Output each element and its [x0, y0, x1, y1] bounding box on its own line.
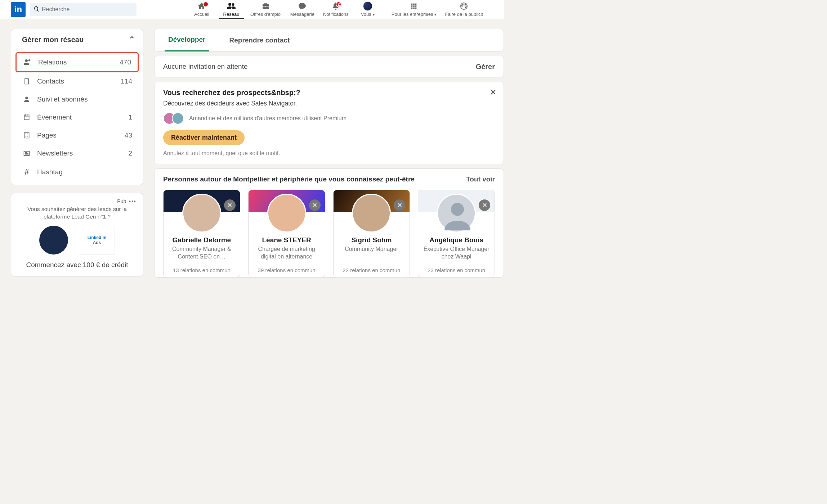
- person-card[interactable]: ✕ Gabrielle Delorme Community Manager & …: [163, 190, 240, 277]
- person-icon: [22, 95, 31, 103]
- ad-avatar[interactable]: [39, 226, 68, 255]
- ad-logo[interactable]: Linked inAds: [79, 226, 115, 255]
- person-role: Community Manager & Content SEO en…: [164, 246, 240, 261]
- linkedin-logo[interactable]: in: [11, 2, 26, 17]
- dismiss-icon[interactable]: ✕: [394, 199, 405, 211]
- sidebar-item-label: Événement: [37, 113, 128, 121]
- reactivate-button[interactable]: Réactiver maintenant: [163, 130, 245, 145]
- person-card[interactable]: ✕ Léane STEYER Chargée de marketing digi…: [248, 190, 325, 277]
- nav-network[interactable]: Réseau: [216, 0, 246, 19]
- sidebar-item-pages[interactable]: Pages 43: [15, 126, 139, 144]
- sidebar-title: Gérer mon réseau: [22, 36, 84, 44]
- notifications-badge: 2: [336, 1, 341, 7]
- see-all-link[interactable]: Tout voir: [466, 175, 495, 183]
- person-name: Gabrielle Delorme: [173, 236, 231, 244]
- person-name: Léane STEYER: [262, 236, 311, 244]
- nav-notifications-label: Notifications: [323, 12, 349, 17]
- sidebar-item-hashtag[interactable]: # Hashtag: [15, 162, 139, 182]
- sidebar-toggle[interactable]: Gérer mon réseau ⌃: [11, 29, 143, 50]
- sidebar-item-count: 114: [121, 77, 132, 85]
- manage-invitations-link[interactable]: Gérer: [476, 63, 495, 71]
- primary-nav: Accueil Réseau Offres d'emploi Messageri…: [187, 0, 487, 19]
- sidebar-item-count: 2: [128, 149, 132, 157]
- tab-grow[interactable]: Développer: [165, 29, 209, 51]
- search-input[interactable]: [42, 6, 133, 13]
- dismiss-icon[interactable]: ✕: [309, 199, 321, 211]
- sidebar-item-count: 43: [125, 131, 132, 139]
- network-tabs: Développer Reprendre contact: [154, 29, 504, 51]
- person-card[interactable]: ✕ Angélique Bouis Executive Office Manag…: [418, 190, 495, 277]
- person-avatar: [352, 194, 391, 233]
- search-wrapper[interactable]: [30, 3, 137, 16]
- top-nav: in Accueil Réseau Offres d'emploi Messag…: [0, 0, 504, 19]
- briefcase-icon: [261, 1, 271, 11]
- connections-icon: [23, 58, 32, 66]
- sidebar-item-count: 1: [128, 113, 132, 121]
- tab-reconnect[interactable]: Reprendre contact: [225, 30, 293, 51]
- nav-advertise[interactable]: Faire de la publicit: [441, 0, 487, 19]
- person-name: Angélique Bouis: [429, 236, 483, 244]
- person-role: Chargée de marketing digital en alternan…: [249, 246, 325, 261]
- ad-menu-icon[interactable]: •••: [129, 198, 137, 204]
- sidebar-item-following[interactable]: Suivi et abonnés: [15, 90, 139, 108]
- sidebar-item-label: Newsletters: [37, 149, 128, 157]
- nav-separator: [385, 0, 385, 19]
- mutual-connections: 13 relations en commun: [173, 267, 231, 273]
- sidebar: Gérer mon réseau ⌃ Relations 470 Contact…: [11, 29, 143, 278]
- sidebar-item-label: Contacts: [37, 77, 121, 85]
- search-icon: [33, 6, 40, 13]
- ad-card: Pub ••• Vous souhaitez générer des leads…: [11, 193, 143, 276]
- hashtag-icon: #: [22, 167, 31, 177]
- nav-jobs[interactable]: Offres d'emploi: [246, 0, 286, 19]
- calendar-icon: [22, 113, 31, 121]
- nav-home[interactable]: Accueil: [187, 0, 216, 19]
- person-avatar: [267, 194, 306, 233]
- sidebar-item-events[interactable]: Événement 1: [15, 108, 139, 126]
- mutual-connections: 23 relations en commun: [428, 267, 485, 273]
- promo-facepile: [163, 112, 184, 125]
- target-icon: [459, 1, 469, 11]
- suggestions-card: Personnes autour de Montpellier et périp…: [154, 168, 504, 278]
- chevron-up-icon: ⌃: [129, 35, 135, 44]
- building-icon: [22, 131, 31, 139]
- promo-title: Vous recherchez des prospects&nbsp;?: [163, 89, 495, 97]
- dismiss-icon[interactable]: ✕: [224, 199, 236, 211]
- close-icon[interactable]: ✕: [490, 88, 496, 97]
- sidebar-item-newsletters[interactable]: Newsletters 2: [15, 144, 139, 162]
- person-name: Sigrid Sohm: [351, 236, 392, 244]
- mutual-connections: 22 relations en commun: [343, 267, 400, 273]
- nav-jobs-label: Offres d'emploi: [250, 12, 282, 17]
- person-role: Executive Office Manager chez Waapi: [418, 246, 495, 261]
- sidebar-item-label: Pages: [37, 131, 125, 139]
- people-icon: [227, 1, 236, 11]
- sidebar-item-label: Suivi et abonnés: [37, 95, 132, 103]
- sidebar-item-count: 470: [120, 58, 131, 66]
- ad-logo-line2: Ads: [93, 240, 101, 245]
- main-content: Développer Reprendre contact Aucune invi…: [154, 29, 504, 278]
- mutual-connections: 39 relations en commun: [258, 267, 316, 273]
- nav-me[interactable]: Vous: [353, 0, 383, 19]
- nav-me-label: Vous: [361, 12, 375, 17]
- nav-messaging[interactable]: Messagerie: [286, 0, 319, 19]
- nav-advertise-label: Faire de la publicit: [445, 12, 483, 17]
- sidebar-item-relations[interactable]: Relations 470: [15, 52, 139, 72]
- person-avatar: [182, 194, 221, 233]
- premium-promo: ✕ Vous recherchez des prospects&nbsp;? D…: [154, 82, 504, 164]
- sidebar-item-contacts[interactable]: Contacts 114: [15, 72, 139, 90]
- sidebar-item-label: Relations: [38, 58, 120, 66]
- person-card[interactable]: ✕ Sigrid Sohm Community Manager 22 relat…: [333, 190, 410, 277]
- ad-cta[interactable]: Commencez avec 100 € de crédit: [18, 261, 137, 269]
- person-avatar-placeholder: [437, 194, 476, 233]
- dismiss-icon[interactable]: ✕: [479, 199, 490, 211]
- nav-business[interactable]: Pour les entreprises: [387, 0, 441, 19]
- ad-logo-line1: Linked in: [88, 235, 107, 240]
- nav-notifications[interactable]: 2 Notifications: [319, 0, 353, 19]
- newsletter-icon: [22, 150, 31, 157]
- home-notification-dot: [203, 1, 209, 7]
- nav-business-label: Pour les entreprises: [392, 12, 437, 17]
- invitations-row: Aucune invitation en attente Gérer: [154, 56, 504, 77]
- promo-note: Annulez à tout moment, quel que soit le …: [163, 150, 495, 157]
- nav-messaging-label: Messagerie: [290, 12, 314, 17]
- invitations-label: Aucune invitation en attente: [163, 63, 248, 71]
- person-role: Community Manager: [342, 246, 401, 261]
